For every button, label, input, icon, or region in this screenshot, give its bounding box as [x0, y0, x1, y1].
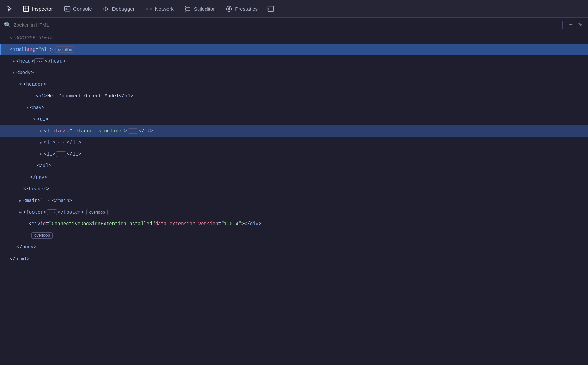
svg-rect-5	[185, 8, 186, 9]
svg-marker-2	[105, 7, 108, 11]
toolbar: Inspector Console Debugger Netwerk	[0, 0, 588, 18]
html-tag: html	[12, 47, 24, 52]
html-open-bracket: <	[10, 47, 12, 52]
performance-icon	[226, 5, 232, 12]
svg-line-9	[229, 8, 230, 9]
debugger-icon	[103, 5, 110, 12]
debugger-tab[interactable]: Debugger	[98, 3, 139, 14]
doctype-text: <!DOCTYPE html>	[10, 35, 53, 41]
body-toggle[interactable]: ▼	[11, 70, 16, 76]
footer-line[interactable]: ▶ <footer> ··· </footer> overloop	[0, 206, 588, 218]
li3-toggle[interactable]: ▶	[38, 151, 44, 157]
add-node-button[interactable]: +	[567, 21, 574, 29]
console-tab[interactable]: Console	[59, 3, 97, 14]
h1-text: Het Document Object Model	[47, 93, 119, 99]
div-id-attr: id	[40, 221, 46, 227]
searchbar: 🔍 + ✎	[0, 18, 588, 32]
network-icon	[146, 5, 152, 12]
overloop-badge-line[interactable]: overloop	[0, 230, 588, 241]
li2-ellipsis[interactable]: ···	[56, 140, 66, 145]
network-label: Netwerk	[155, 6, 174, 12]
li3-line[interactable]: ▶ <li> ··· </li>	[0, 148, 588, 160]
html-close-line[interactable]: </html>	[0, 253, 588, 265]
head-ellipsis[interactable]: ···	[34, 58, 44, 64]
inspector-icon	[23, 5, 29, 12]
div-data-attr: data-extension-version	[155, 221, 218, 227]
main-toggle[interactable]: ▶	[18, 198, 23, 203]
div-id-val: "ConnectiveDocSignExtentionInstalled"	[49, 221, 155, 227]
body-open-line[interactable]: ▼ <body>	[0, 67, 588, 79]
head-toggle[interactable]: ▶	[11, 58, 16, 64]
main-ellipsis[interactable]: ···	[41, 198, 51, 203]
div-connective-line[interactable]: <div id="ConnectiveDocSignExtentionInsta…	[0, 218, 588, 230]
svg-rect-1	[64, 6, 70, 11]
nav-close-line[interactable]: </nav>	[0, 172, 588, 183]
inspector-label: Inspector	[32, 6, 53, 12]
header-close-line[interactable]: </header>	[0, 183, 588, 195]
debugger-label: Debugger	[112, 6, 135, 12]
inspector-tab[interactable]: Inspector	[18, 3, 58, 14]
cursor-icon	[6, 5, 13, 12]
svg-rect-0	[24, 6, 29, 11]
console-label: Console	[73, 6, 92, 12]
search-input[interactable]	[14, 22, 558, 28]
li2-line[interactable]: ▶ <li> ··· </li>	[0, 137, 588, 148]
style-editor-tab[interactable]: Stijleditor	[180, 3, 220, 14]
style-editor-label: Stijleditor	[194, 6, 215, 12]
li-class-line[interactable]: ▶ <li class="belangrijk online" > ··· </…	[0, 125, 588, 137]
doctype-line[interactable]: <!DOCTYPE html>	[0, 32, 588, 44]
searchbar-divider	[562, 21, 563, 29]
html-tree: <!DOCTYPE html> <html lang="nl" > scroll…	[0, 32, 588, 365]
pick-element-button[interactable]: ✎	[577, 21, 584, 29]
header-open-line[interactable]: ▼ <header>	[0, 79, 588, 90]
head-line[interactable]: ▶ <head> ··· </head>	[0, 55, 588, 67]
more-button[interactable]	[264, 3, 278, 14]
li3-ellipsis[interactable]: ···	[56, 151, 66, 157]
svg-rect-6	[185, 10, 186, 11]
html-open-line[interactable]: <html lang="nl" > scrollen	[0, 44, 588, 55]
searchbar-actions: + ✎	[567, 21, 584, 29]
performance-tab[interactable]: Prestaties	[221, 3, 263, 14]
li-class-attr: class	[52, 128, 67, 134]
network-tab[interactable]: Netwerk	[141, 3, 178, 14]
main-line[interactable]: ▶ <main> ··· </main>	[0, 195, 588, 206]
li2-toggle[interactable]: ▶	[38, 140, 44, 145]
ul-toggle[interactable]: ▼	[31, 117, 37, 122]
html-lang-attr: lang	[24, 47, 36, 52]
footer-toggle[interactable]: ▶	[18, 209, 23, 215]
li-class-ellipsis[interactable]: ···	[128, 128, 138, 134]
more-icon	[267, 5, 274, 12]
performance-label: Prestaties	[235, 6, 258, 12]
header-toggle[interactable]: ▼	[18, 82, 23, 87]
style-editor-icon	[185, 5, 191, 12]
console-icon	[64, 5, 71, 12]
cursor-button[interactable]	[3, 3, 16, 14]
html-lang-val: "nl"	[38, 47, 50, 52]
footer-ellipsis[interactable]: ···	[47, 209, 57, 215]
ul-close-line[interactable]: </ul>	[0, 160, 588, 172]
div-overloop-badge[interactable]: overloop	[31, 232, 53, 239]
body-close-line[interactable]: </body>	[0, 241, 588, 253]
li-class-val: "belangrijk online"	[70, 128, 124, 134]
nav-toggle[interactable]: ▼	[25, 105, 30, 110]
div-data-val: "1.0.4"	[221, 221, 241, 227]
search-icon: 🔍	[4, 22, 11, 28]
scroll-badge[interactable]: scrollen	[55, 46, 75, 53]
li-class-toggle[interactable]: ▶	[38, 128, 44, 134]
svg-rect-4	[185, 6, 186, 8]
footer-overloop-badge[interactable]: overloop	[86, 209, 108, 215]
nav-open-line[interactable]: ▼ <nav>	[0, 102, 588, 113]
html-eq: =	[36, 47, 38, 52]
h1-line[interactable]: <h1>Het Document Object Model</h1>	[0, 90, 588, 102]
html-close-bracket: >	[50, 47, 53, 52]
ul-open-line[interactable]: ▼ <ul>	[0, 113, 588, 125]
